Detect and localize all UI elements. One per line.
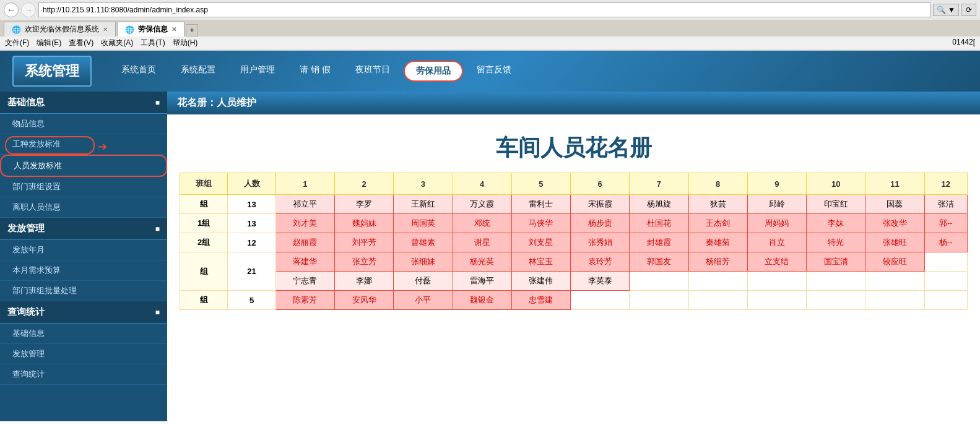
menu-help[interactable]: 帮助(H) bbox=[173, 38, 198, 48]
new-tab-button[interactable]: + bbox=[186, 24, 198, 36]
cell-member-1-0[interactable]: 刘才美 bbox=[275, 214, 334, 233]
sidebar-item-gongzhong[interactable]: 工种发放标准 bbox=[0, 134, 167, 155]
cell-member-1-4[interactable]: 马侠华 bbox=[511, 214, 570, 233]
tab-laobao[interactable]: 🌐 劳保信息 ✕ bbox=[117, 22, 184, 36]
cell-member-4-1[interactable]: 安风华 bbox=[335, 291, 394, 310]
nav-config[interactable]: 系统配置 bbox=[170, 61, 227, 82]
sidebar-item-bumen[interactable]: 部门班组设置 bbox=[0, 177, 167, 197]
cell-member-3-8[interactable]: 立支结 bbox=[747, 252, 806, 272]
cell-member-1-9[interactable]: 李妹 bbox=[807, 214, 865, 233]
cell-member-0-6[interactable]: 杨旭旋 bbox=[630, 195, 688, 214]
nav-users[interactable]: 用户管理 bbox=[229, 61, 286, 82]
menu-file[interactable]: 文件(F) bbox=[5, 38, 29, 48]
cell-member-1-2[interactable]: 周国英 bbox=[394, 214, 453, 233]
close-tab-2[interactable]: ✕ bbox=[171, 26, 176, 33]
cell-member-0-10[interactable]: 国蕊 bbox=[865, 195, 924, 214]
sidebar-item-wupin[interactable]: 物品信息 bbox=[0, 114, 167, 134]
sidebar-section-jichu[interactable]: 基础信息 ■ bbox=[0, 92, 167, 114]
cell-member-0-3[interactable]: 万义霞 bbox=[453, 195, 511, 214]
table-row-4: 组 5 陈素芳 安风华 小平 魏银金 忠雪建 bbox=[180, 291, 968, 310]
cell-member-0-4[interactable]: 雷利士 bbox=[511, 195, 570, 214]
menu-view[interactable]: 查看(V) bbox=[69, 38, 93, 48]
cell-member-1-3[interactable]: 邓统 bbox=[453, 214, 511, 233]
cell-member-3-9[interactable]: 国宝清 bbox=[807, 252, 865, 272]
cell-member-0-2[interactable]: 王新红 bbox=[394, 195, 453, 214]
cell-member-2-8[interactable]: 肖立 bbox=[747, 233, 806, 252]
cell-member-3b-1[interactable]: 李娜 bbox=[335, 272, 394, 291]
address-bar[interactable] bbox=[38, 2, 930, 17]
cell-member-3-2[interactable]: 张细妹 bbox=[394, 252, 453, 272]
nav-home[interactable]: 系统首页 bbox=[110, 61, 167, 82]
cell-member-2-3[interactable]: 谢星 bbox=[453, 233, 511, 252]
nav-feedback[interactable]: 留言反馈 bbox=[466, 61, 523, 82]
cell-member-2-2[interactable]: 曾雄素 bbox=[394, 233, 453, 252]
cell-member-3-6[interactable]: 郭国友 bbox=[630, 252, 688, 272]
cell-member-4-2[interactable]: 小平 bbox=[394, 291, 453, 310]
cell-member-3-5[interactable]: 袁玲芳 bbox=[571, 252, 630, 272]
cell-member-3-3[interactable]: 杨光英 bbox=[453, 252, 511, 272]
sidebar-item-faFang2[interactable]: 发放管理 bbox=[0, 344, 167, 364]
cell-member-4-3[interactable]: 魏银金 bbox=[453, 291, 511, 310]
sidebar-item-piliang[interactable]: 部门班组批量处理 bbox=[0, 281, 167, 301]
cell-member-2-9[interactable]: 特光 bbox=[807, 233, 865, 252]
cell-member-2-5[interactable]: 张秀娟 bbox=[571, 233, 630, 252]
search-go[interactable]: 🔍 ▼ bbox=[933, 4, 959, 16]
sidebar-item-lizhi[interactable]: 离职人员信息 bbox=[0, 197, 167, 218]
menu-edit[interactable]: 编辑(E) bbox=[37, 38, 61, 48]
cell-member-2-7[interactable]: 秦雄菊 bbox=[688, 233, 747, 252]
cell-member-3-0[interactable]: 蒋建华 bbox=[275, 252, 334, 272]
sidebar-item-renyuan[interactable]: 人员发放标准 bbox=[0, 155, 167, 177]
cell-member-0-11[interactable]: 张洁 bbox=[924, 195, 967, 214]
cell-member-0-0[interactable]: 祁立平 bbox=[275, 195, 334, 214]
nav-leave[interactable]: 请 销 假 bbox=[288, 61, 342, 82]
cell-member-3-4[interactable]: 林宝玉 bbox=[511, 252, 570, 272]
refresh-button[interactable]: ⟳ bbox=[961, 4, 976, 16]
cell-member-2-1[interactable]: 刘平芳 bbox=[335, 233, 394, 252]
cell-member-2-6[interactable]: 封雄霞 bbox=[630, 233, 688, 252]
cell-member-0-8[interactable]: 邱岭 bbox=[747, 195, 806, 214]
sidebar-section-chaxun[interactable]: 查询统计 ■ bbox=[0, 301, 167, 324]
menu-tools[interactable]: 工具(T) bbox=[141, 38, 165, 48]
cell-member-3-10[interactable]: 较应旺 bbox=[865, 252, 924, 272]
forward-button[interactable]: → bbox=[21, 2, 36, 17]
sidebar-item-jichu2[interactable]: 基础信息 bbox=[0, 324, 167, 344]
close-tab-1[interactable]: ✕ bbox=[103, 26, 108, 33]
cell-member-4-0[interactable]: 陈素芳 bbox=[275, 291, 334, 310]
cell-empty-3b-7 bbox=[688, 272, 747, 291]
cell-member-1-8[interactable]: 周妈妈 bbox=[747, 214, 806, 233]
cell-member-0-7[interactable]: 狄芸 bbox=[688, 195, 747, 214]
cell-member-1-1[interactable]: 魏妈妹 bbox=[335, 214, 394, 233]
cell-member-1-11[interactable]: 郭-- bbox=[924, 214, 967, 233]
cell-member-3b-5[interactable]: 李英泰 bbox=[571, 272, 630, 291]
cell-member-2-10[interactable]: 张雄旺 bbox=[865, 233, 924, 252]
cell-member-1-7[interactable]: 王杰剑 bbox=[688, 214, 747, 233]
nav-night[interactable]: 夜班节日 bbox=[344, 61, 401, 82]
cell-member-3b-2[interactable]: 付磊 bbox=[394, 272, 453, 291]
cell-member-3b-3[interactable]: 雷海平 bbox=[453, 272, 511, 291]
tab-xijia[interactable]: 🌐 欢迎光临休假信息系统 ✕ bbox=[4, 22, 116, 36]
sidebar-section-faFang[interactable]: 发放管理 ■ bbox=[0, 218, 167, 240]
cell-member-1-6[interactable]: 杜国花 bbox=[630, 214, 688, 233]
sidebar-item-benyue[interactable]: 本月需求预算 bbox=[0, 260, 167, 281]
cell-group-4: 组 bbox=[180, 291, 228, 310]
cell-member-0-1[interactable]: 李罗 bbox=[335, 195, 394, 214]
sidebar-item-fafangnian[interactable]: 发放年月 bbox=[0, 240, 167, 260]
nav-laobao[interactable]: 劳保用品 bbox=[404, 61, 463, 82]
sidebar-item-chaxun2[interactable]: 查询统计 bbox=[0, 364, 167, 385]
cell-member-3b-4[interactable]: 张建伟 bbox=[511, 272, 570, 291]
cell-member-2-11[interactable]: 杨-- bbox=[924, 233, 967, 252]
cell-member-1-5[interactable]: 杨步贵 bbox=[571, 214, 630, 233]
browser-menubar: 文件(F) 编辑(E) 查看(V) 收藏夹(A) 工具(T) 帮助(H) 014… bbox=[0, 36, 980, 50]
cell-member-2-4[interactable]: 刘支星 bbox=[511, 233, 570, 252]
back-button[interactable]: ← bbox=[4, 2, 19, 17]
cell-member-0-9[interactable]: 印宝红 bbox=[807, 195, 865, 214]
cell-member-4-4[interactable]: 忠雪建 bbox=[511, 291, 570, 310]
cell-member-2-0[interactable]: 赵丽霞 bbox=[275, 233, 334, 252]
cell-member-3-1[interactable]: 张立芳 bbox=[335, 252, 394, 272]
cell-member-3-7[interactable]: 杨细芳 bbox=[688, 252, 747, 272]
cell-member-1-10[interactable]: 张改华 bbox=[865, 214, 924, 233]
cell-member-3b-0[interactable]: 宁志青 bbox=[275, 272, 334, 291]
cell-count-4: 5 bbox=[228, 291, 275, 310]
cell-member-0-5[interactable]: 宋振霞 bbox=[571, 195, 630, 214]
menu-favorites[interactable]: 收藏夹(A) bbox=[101, 38, 133, 48]
